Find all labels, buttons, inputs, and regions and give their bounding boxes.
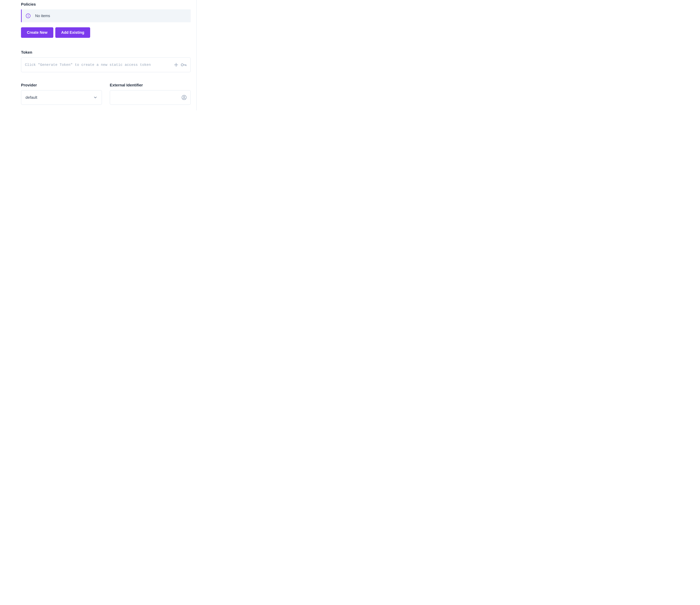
key-icon <box>181 62 187 67</box>
chevron-down-icon <box>93 95 97 100</box>
info-icon <box>26 13 31 18</box>
provider-heading: Provider <box>21 83 102 88</box>
create-new-button[interactable]: Create New <box>21 27 53 38</box>
external-identifier-input[interactable] <box>114 95 181 100</box>
token-input[interactable] <box>25 63 174 67</box>
policies-heading: Policies <box>21 2 191 6</box>
svg-point-2 <box>28 15 28 15</box>
plus-icon <box>174 62 179 67</box>
info-banner-text: No items <box>35 14 50 18</box>
svg-point-5 <box>181 64 183 66</box>
policies-button-row: Create New Add Existing <box>21 27 191 38</box>
provider-select[interactable]: default <box>21 90 102 105</box>
token-input-container <box>21 57 191 72</box>
external-identifier-input-container <box>110 90 191 105</box>
provider-selected-value: default <box>25 95 93 100</box>
add-existing-button[interactable]: Add Existing <box>55 27 90 38</box>
person-icon <box>181 95 187 100</box>
external-identifier-heading: External Identifier <box>110 83 191 88</box>
right-divider <box>196 0 197 111</box>
svg-point-10 <box>183 96 185 98</box>
generate-token-button[interactable] <box>174 62 187 67</box>
policies-info-banner: No items <box>21 9 191 22</box>
token-heading: Token <box>21 50 191 55</box>
provider-column: Provider default <box>21 83 102 105</box>
provider-extid-row: Provider default External Identifier <box>21 83 191 105</box>
external-identifier-column: External Identifier <box>110 83 191 105</box>
